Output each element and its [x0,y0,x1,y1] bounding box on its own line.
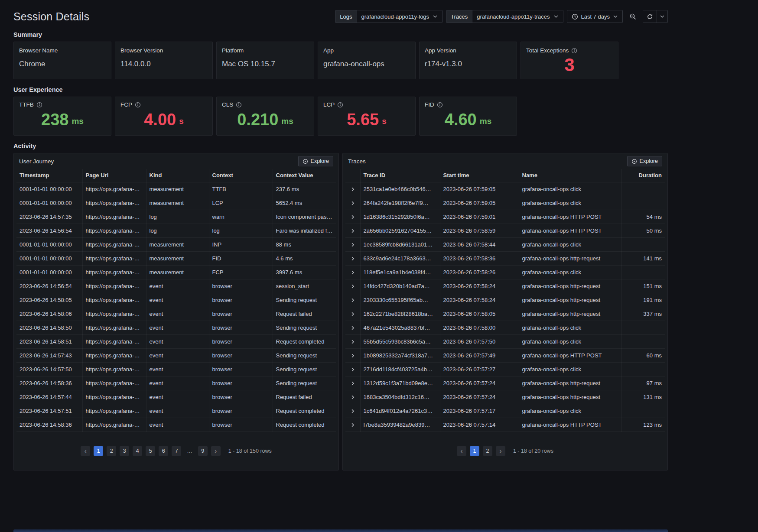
page-button[interactable]: 4 [133,446,142,456]
cell-timestamp: 2023-06-26 14:57:51 [16,404,82,418]
refresh-interval-dropdown[interactable] [657,10,667,23]
explore-button[interactable]: Explore [298,156,333,166]
expand-row-button[interactable] [350,367,355,372]
refresh-button[interactable] [643,10,657,23]
column-header-trace-id[interactable]: Trace ID [360,169,440,182]
column-header-page-url[interactable]: Page Url [82,169,146,182]
trace-id-link[interactable]: 2303330c655195ff65ab… [360,293,440,307]
explore-button[interactable]: Explore [627,156,662,166]
trace-id-link[interactable]: 118ef5e1ca9a1b4e038f4… [360,265,440,279]
info-icon[interactable] [571,48,577,54]
next-page-button[interactable]: › [211,446,221,456]
expand-row-button[interactable] [350,270,355,275]
dashboard: Session Details Logs grafanacloud-appo11… [13,0,668,470]
chevron-right-icon [350,353,355,358]
page-button[interactable]: 7 [172,446,181,456]
column-header-kind[interactable]: Kind [146,169,209,182]
zoom-out-button[interactable] [626,10,639,23]
cell-name: grafana-oncall-ops click [519,196,621,210]
panel-title: Browser Name [19,47,58,54]
expand-row-button[interactable] [350,242,355,247]
cell-page-url: https://ops.grafana-… [82,293,146,307]
previous-page-button[interactable]: ‹ [81,446,90,456]
expand-row-button[interactable] [350,325,355,331]
page-button[interactable]: 2 [107,446,116,456]
info-icon[interactable] [135,102,141,108]
trace-id-link[interactable]: 1312d59c1f3a71bd09e8e… [360,376,440,390]
column-header-duration[interactable]: Duration [621,169,665,182]
expand-row-button[interactable] [350,214,355,220]
trace-id-link[interactable]: 2531ca1e0eb466c0b546… [360,182,440,196]
trace-id-link[interactable]: 1683ca3504bdfd312c16… [360,390,440,404]
expand-row-button[interactable] [350,409,355,414]
page-button[interactable]: 9 [198,446,208,456]
trace-id-link[interactable]: 55b5d55c593bc83b6c5a… [360,334,440,348]
trace-id-link[interactable]: 14fdc427d320b140ad7a… [360,279,440,293]
expand-row-button[interactable] [350,311,355,317]
trace-id-link[interactable]: 2a656bb0259162704155… [360,224,440,237]
trace-id-link[interactable]: 1c641d94f012a4a7261c3… [360,404,440,418]
trace-id-link[interactable]: 467a21e543025a8837bf… [360,321,440,334]
logs-variable-select[interactable]: grafanacloud-appo11y-logs [357,10,442,23]
page-button[interactable]: 3 [120,446,129,456]
expand-row-button[interactable] [350,422,355,428]
info-icon[interactable] [236,102,242,108]
table-row: 0001-01-01 00:00:00 https://ops.grafana-… [16,182,336,196]
cell-context: FCP [209,265,273,279]
ux-stat-panel: FCP 4.00 s [115,97,213,136]
expand-row-button[interactable] [350,284,355,289]
expand-row-button[interactable] [350,187,355,192]
trace-id-link[interactable]: f7be8a35939482a9e839… [360,418,440,431]
time-range-picker[interactable]: Last 7 days [567,10,623,23]
page-button[interactable]: … [185,446,195,456]
cell-context-value: 237.6 ms [273,182,336,196]
table-row: 1b089825332a74cf318a7… 2023-06-26 07:57:… [345,348,665,362]
trace-id-link[interactable]: 1d16386c315292850f6a… [360,210,440,224]
cell-duration: 131 ms [621,390,665,404]
trace-id-link[interactable]: 633c9ad6e24c178a3663… [360,251,440,265]
trace-id-link[interactable]: 1b089825332a74cf318a7… [360,348,440,362]
cell-context: warn [209,210,273,224]
trace-id-link[interactable]: 264fa242fe198ff2f6e7f9… [360,196,440,210]
summary-stat-panel: Browser Version 114.0.0.0 [115,42,213,79]
expand-row-button[interactable] [350,395,355,400]
stat-unit: ms [480,117,491,126]
trace-id-link[interactable]: 162c2271be828f28618ba… [360,307,440,321]
page-button[interactable]: 1 [94,446,103,456]
activity-row: User Journey Explore Timestamp Page Url … [13,153,668,470]
info-icon[interactable] [337,102,343,108]
expand-row-button[interactable] [350,298,355,303]
info-icon[interactable] [437,102,443,108]
expand-row-button[interactable] [350,353,355,358]
cell-timestamp: 2023-06-26 14:57:44 [16,390,82,404]
column-header-start-time[interactable]: Start time [440,169,519,182]
cell-context-value: Request completed [273,334,336,348]
page-button[interactable]: 5 [146,446,155,456]
page-button[interactable]: 1 [470,446,479,456]
traces-variable-select[interactable]: grafanacloud-appo11y-traces [472,10,563,23]
column-header-timestamp[interactable]: Timestamp [16,169,82,182]
column-header-name[interactable]: Name [519,169,621,182]
cell-context-value: Icon component pas… [273,210,336,224]
table-row: 0001-01-01 00:00:00 https://ops.grafana-… [16,196,336,210]
trace-id-link[interactable]: 1ec38589fcb8d66131a01… [360,237,440,251]
cell-name: grafana-oncall-ops HTTP POST [519,418,621,431]
page-button[interactable]: 6 [159,446,168,456]
cell-context-value: 3997.6 ms [273,265,336,279]
user-journey-panel: User Journey Explore Timestamp Page Url … [13,153,339,470]
cell-context: browser [209,376,273,390]
expand-row-button[interactable] [350,381,355,386]
previous-page-button[interactable]: ‹ [457,446,466,456]
trace-id-link[interactable]: 2716dd1184cf403725a4b… [360,362,440,376]
next-page-button[interactable]: › [496,446,505,456]
cell-kind: event [146,279,209,293]
expand-row-button[interactable] [350,339,355,344]
expand-row-button[interactable] [350,256,355,261]
column-header-context-value[interactable]: Context Value [273,169,336,182]
expand-row-button[interactable] [350,201,355,206]
panel-title: LCP [323,101,335,108]
column-header-context[interactable]: Context [209,169,273,182]
expand-row-button[interactable] [350,228,355,234]
info-icon[interactable] [36,102,42,108]
page-button[interactable]: 2 [483,446,492,456]
